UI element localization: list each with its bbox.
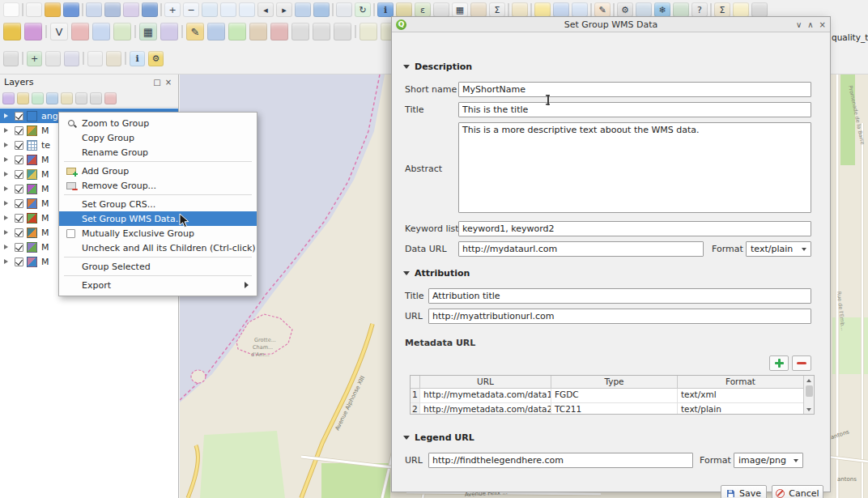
filter-by-expression-icon[interactable] (61, 92, 73, 104)
layer-visibility-checkbox[interactable] (15, 126, 23, 135)
layer-visibility-checkbox[interactable] (15, 141, 23, 150)
select-features-icon[interactable] (396, 2, 412, 17)
metasearch-icon[interactable] (673, 2, 689, 17)
vertex-tool-icon[interactable]: V (50, 23, 68, 40)
table-row[interactable]: 1 http://mymetadata.com/data1 FGDC text/… (411, 389, 814, 403)
attribution-url-input[interactable] (428, 309, 811, 324)
manage-map-themes-icon[interactable] (32, 92, 44, 104)
new-spatial-bookmark-icon[interactable] (553, 2, 569, 17)
remove-metadata-url-button[interactable] (792, 355, 811, 371)
layer-visibility-checkbox[interactable] (15, 112, 23, 121)
expand-all-icon[interactable] (75, 92, 87, 104)
undo-icon[interactable] (360, 23, 377, 40)
vertex-editor-icon[interactable] (249, 23, 267, 40)
expander-icon[interactable] (4, 215, 13, 220)
save-project-icon[interactable] (63, 2, 79, 17)
scroll-up-icon[interactable] (804, 376, 814, 385)
identify-features-icon[interactable]: ℹ (377, 2, 394, 17)
short-name-input[interactable] (458, 82, 811, 97)
open-project-icon[interactable] (45, 2, 61, 17)
rotate-feature-icon[interactable] (113, 23, 131, 40)
refresh-map-icon[interactable]: ↻ (355, 2, 371, 17)
sum-line-lengths-icon[interactable]: Σ (714, 2, 730, 17)
column-header-type[interactable]: Type (551, 376, 678, 388)
layer-visibility-checkbox[interactable] (15, 199, 23, 208)
help-contents-icon[interactable]: ? (691, 2, 708, 17)
menu-item-mutually-exclusive-group[interactable]: Mutually Exclusive Group (59, 226, 257, 240)
new-map-view-icon[interactable] (295, 2, 311, 17)
move-content-icon[interactable] (45, 51, 61, 66)
style-manager-icon[interactable] (123, 2, 139, 17)
layer-visibility-checkbox[interactable] (15, 185, 23, 194)
options-icon[interactable] (751, 2, 768, 17)
menu-item-set-group-wms-data[interactable]: Set Group WMS Data... (59, 211, 257, 226)
panel-undock-icon[interactable]: □ (151, 78, 163, 87)
keyword-list-input[interactable] (458, 221, 811, 236)
section-legend-url[interactable]: Legend URL (403, 432, 474, 443)
new-geopackage-layer-icon[interactable] (160, 23, 178, 40)
section-attribution[interactable]: Attribution (403, 268, 470, 279)
zoom-next-icon[interactable]: ▸ (276, 2, 292, 17)
mutually-exclusive-checkbox[interactable] (63, 228, 79, 239)
menu-item-remove-group[interactable]: Remove Group... (59, 178, 257, 193)
layer-diagrams-icon[interactable] (24, 23, 42, 40)
save-button[interactable]: Save (721, 485, 767, 498)
menu-item-group-selected[interactable]: Group Selected (59, 259, 257, 274)
open-data-source-manager-icon[interactable] (142, 2, 158, 17)
select-by-expression-icon[interactable]: ε (415, 2, 431, 17)
statistical-summary-icon[interactable]: Σ (489, 2, 505, 17)
menu-item-add-group[interactable]: Add Group (59, 164, 257, 178)
metadata-format-cell[interactable]: text/xml (678, 389, 803, 402)
new-project-icon[interactable] (26, 2, 42, 17)
data-url-input[interactable] (458, 241, 704, 257)
menu-item-uncheck-all-children[interactable]: Uncheck and All its Children (Ctrl-click… (59, 240, 257, 255)
deselect-features-icon[interactable] (433, 2, 449, 17)
new-shapefile-layer-icon[interactable]: ▦ (139, 23, 157, 40)
layer-visibility-checkbox[interactable] (15, 243, 23, 252)
menu-item-rename-group[interactable]: Rename Group (59, 145, 257, 160)
dock-widgets-icon[interactable] (3, 51, 19, 66)
open-attribute-table-icon[interactable]: ▦ (452, 2, 468, 17)
layout-manager-icon[interactable] (104, 2, 121, 17)
zoom-to-selection-icon[interactable] (220, 2, 236, 17)
layer-visibility-checkbox[interactable] (15, 214, 23, 223)
python-console-icon[interactable] (636, 2, 652, 17)
measure-line-icon[interactable] (512, 2, 528, 17)
expander-icon[interactable] (4, 172, 13, 177)
collapse-all-icon[interactable] (90, 92, 102, 104)
layer-visibility-checkbox[interactable] (15, 155, 23, 164)
metadata-type-cell[interactable]: TC211 (551, 403, 678, 415)
zoom-to-layer-icon[interactable] (239, 2, 255, 17)
toggle-editing-icon[interactable]: ✎ (186, 23, 204, 40)
cut-features-icon[interactable] (291, 23, 309, 40)
new-print-layout-icon[interactable] (86, 2, 102, 17)
expander-icon[interactable] (4, 143, 13, 147)
freeze-canvas-icon[interactable]: ❄ (654, 2, 670, 17)
dialog-titlebar[interactable]: Set Group WMS Data Q ∨ ∧ × (392, 17, 830, 32)
zoom-last-icon[interactable]: ◂ (257, 2, 274, 17)
remove-layer-icon[interactable] (104, 92, 117, 104)
filter-legend-icon[interactable] (46, 92, 58, 104)
select-rectangle-icon[interactable] (87, 51, 103, 66)
table-scrollbar[interactable] (803, 376, 814, 414)
map-tips-icon[interactable] (534, 2, 551, 17)
metadata-url-cell[interactable]: http://mymetadata.com/data2 (420, 403, 551, 415)
dialog-collapse-icon[interactable]: ∨ (796, 18, 802, 32)
expander-icon[interactable] (4, 230, 13, 235)
section-description[interactable]: Description (403, 62, 472, 72)
zoom-in-icon[interactable]: + (164, 2, 181, 17)
whats-this-icon[interactable]: ℹ (130, 51, 145, 66)
delete-selected-icon[interactable] (270, 23, 288, 40)
add-metadata-url-button[interactable] (769, 355, 789, 371)
zoom-full-extent-icon[interactable] (202, 2, 218, 17)
layer-visibility-checkbox[interactable] (15, 170, 23, 179)
expander-icon[interactable] (4, 201, 13, 206)
zoom-out-icon[interactable]: − (183, 2, 199, 17)
expander-icon[interactable] (4, 128, 13, 133)
dialog-shade-icon[interactable]: ∧ (807, 18, 813, 32)
column-header-format[interactable]: Format (678, 376, 803, 388)
expander-icon[interactable] (4, 245, 13, 249)
legend-url-input[interactable] (428, 453, 693, 468)
add-group-icon[interactable] (17, 92, 29, 104)
trim-extend-icon[interactable] (71, 23, 89, 40)
